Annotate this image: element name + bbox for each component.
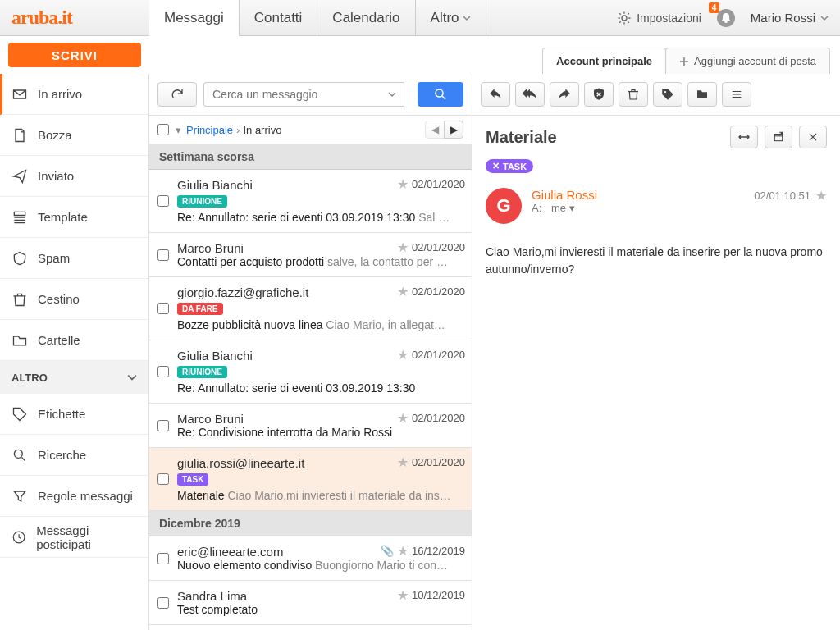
label-button[interactable] [653, 82, 682, 107]
close-button[interactable] [799, 126, 827, 148]
message-item[interactable]: Sandra LimaTest completato★10/12/2019 [149, 581, 472, 625]
menu-icon [729, 89, 744, 100]
search-dropdown[interactable] [380, 82, 404, 107]
sidebar-item-drafts[interactable]: Bozza [0, 115, 148, 156]
breadcrumb-root[interactable]: Principale [186, 124, 233, 136]
account-tab-main-label: Account principale [556, 55, 652, 67]
message-item[interactable]: Marco BruniContatti per acquisto prodott… [149, 233, 472, 277]
star-icon[interactable]: ★ [397, 543, 409, 559]
message-tags: ✕TASK [472, 158, 840, 181]
sender-name[interactable]: Giulia Rossi [532, 188, 744, 202]
message-checkbox[interactable] [158, 366, 169, 377]
star-icon[interactable]: ★ [397, 176, 409, 192]
recipient-line[interactable]: A: me▾ [532, 202, 744, 214]
message-subject: Bozze pubblicità nuova linea Ciao Mario,… [177, 318, 465, 331]
popout-button[interactable] [765, 126, 792, 148]
sidebar-item-inbox[interactable]: In arrivo [0, 74, 148, 115]
compose-button[interactable]: SCRIVI [8, 43, 141, 67]
message-date: 02/01/2020 [412, 456, 465, 468]
prev-page-button[interactable]: ◀ [425, 121, 445, 139]
sidebar-item-template[interactable]: Template [0, 197, 148, 238]
gear-icon [617, 11, 632, 25]
clock-icon [11, 529, 26, 546]
star-icon[interactable]: ★ [815, 188, 827, 203]
delete-button[interactable] [619, 82, 648, 107]
user-menu[interactable]: Mario Rossi [751, 11, 829, 25]
star-icon[interactable]: ★ [397, 284, 409, 299]
forward-button[interactable] [550, 82, 579, 107]
message-header: Materiale [472, 116, 840, 158]
message-checkbox[interactable] [158, 249, 169, 261]
select-all-checkbox[interactable] [158, 124, 169, 135]
message-subject: Contatti per acquisto prodotti salve, la… [177, 255, 465, 268]
search-input[interactable] [203, 82, 380, 107]
sidebar-item-labels[interactable]: Etichette [0, 394, 148, 435]
sidebar-item-postponed[interactable]: Messaggi posticipati [0, 517, 148, 558]
account-tab-main[interactable]: Account principale [542, 48, 666, 74]
message-checkbox[interactable] [158, 303, 169, 314]
message-tag: TASK [177, 473, 208, 486]
popout-icon [772, 131, 785, 143]
chevron-down-icon [820, 14, 829, 22]
search-button[interactable] [418, 82, 463, 107]
tab-calendar[interactable]: Calendario [317, 0, 415, 35]
sender-info: Giulia Rossi A: me▾ [532, 188, 744, 214]
message-checkbox[interactable] [158, 597, 169, 609]
message-item[interactable]: eric@lineearte.comNuovo elemento condivi… [149, 536, 472, 581]
sidebar-item-label: Etichette [38, 407, 85, 421]
sidebar-item-trash[interactable]: Cestino [0, 279, 148, 320]
account-tab-add-label: Aggiungi account di posta [694, 55, 816, 67]
star-icon[interactable]: ★ [397, 454, 409, 470]
sidebar-item-folders[interactable]: Cartelle [0, 320, 148, 361]
expand-button[interactable] [730, 126, 758, 148]
forward-icon [557, 88, 572, 101]
folder-icon [695, 88, 710, 101]
task-tag[interactable]: ✕TASK [486, 159, 533, 173]
account-tabs: Account principale Aggiungi account di p… [543, 36, 840, 74]
sidebar-item-rules[interactable]: Regole messaggi [0, 476, 148, 517]
message-meta: ★02/01/2020 [397, 454, 465, 470]
reply-all-button[interactable] [515, 82, 545, 107]
message-checkbox[interactable] [158, 195, 169, 207]
spam-button[interactable] [584, 82, 614, 107]
account-tab-add[interactable]: Aggiungi account di posta [665, 48, 830, 74]
star-icon[interactable]: ★ [397, 587, 409, 603]
sidebar-item-spam[interactable]: Spam [0, 238, 148, 279]
star-icon[interactable]: ★ [397, 240, 409, 255]
move-button[interactable] [687, 82, 717, 107]
message-item[interactable]: giorgio.fazzi@grafiche.itDA FAREBozze pu… [149, 277, 472, 340]
refresh-button[interactable] [158, 82, 197, 107]
draft-icon [11, 127, 28, 144]
sidebar-item-sent[interactable]: Inviato [0, 156, 148, 197]
tab-calendar-label: Calendario [332, 10, 399, 26]
reading-pane: Materiale ✕TASK G Giulia Rossi A: me▾ 02… [472, 74, 840, 630]
star-icon[interactable]: ★ [397, 410, 409, 426]
next-page-button[interactable]: ▶ [444, 121, 463, 139]
notifications-button[interactable]: 4 [713, 5, 739, 31]
message-checkbox[interactable] [158, 553, 169, 564]
message-checkbox[interactable] [158, 473, 169, 485]
message-item[interactable]: Giulia BianchiRIUNIONERe: Annullato: ser… [149, 170, 472, 233]
message-item[interactable]: Giulia BianchiRIUNIONERe: Annullato: ser… [149, 340, 472, 404]
more-button[interactable] [722, 82, 751, 107]
message-item[interactable]: Marco BruniRe: Condivisione interrotta d… [149, 404, 472, 448]
compose-cell: SCRIVI [0, 36, 149, 74]
message-date: 16/12/2019 [412, 545, 465, 557]
settings-label: Impostazioni [637, 11, 701, 25]
message-meta: ★02/01/2020 [397, 176, 465, 192]
tab-messages[interactable]: Messaggi [149, 0, 240, 36]
sidebar-item-label: Inviato [38, 169, 74, 183]
settings-link[interactable]: Impostazioni [617, 11, 701, 25]
main-layout: In arrivo Bozza Inviato Template Spam Ce… [0, 74, 840, 630]
tab-other[interactable]: Altro [416, 0, 487, 35]
sidebar-section-altro[interactable]: ALTRO [0, 361, 148, 394]
message-list[interactable]: Settimana scorsaGiulia BianchiRIUNIONERe… [149, 144, 472, 630]
message-checkbox[interactable] [158, 420, 169, 431]
breadcrumb-caret[interactable]: ▾ [176, 124, 181, 136]
sidebar-item-searches[interactable]: Ricerche [0, 435, 148, 476]
tab-contacts[interactable]: Contatti [240, 0, 318, 35]
reply-button[interactable] [481, 82, 510, 107]
star-icon[interactable]: ★ [397, 347, 409, 363]
message-item[interactable]: giulia.rossi@lineearte.itTASKMateriale C… [149, 448, 472, 511]
sidebar-item-label: Bozza [38, 128, 72, 142]
